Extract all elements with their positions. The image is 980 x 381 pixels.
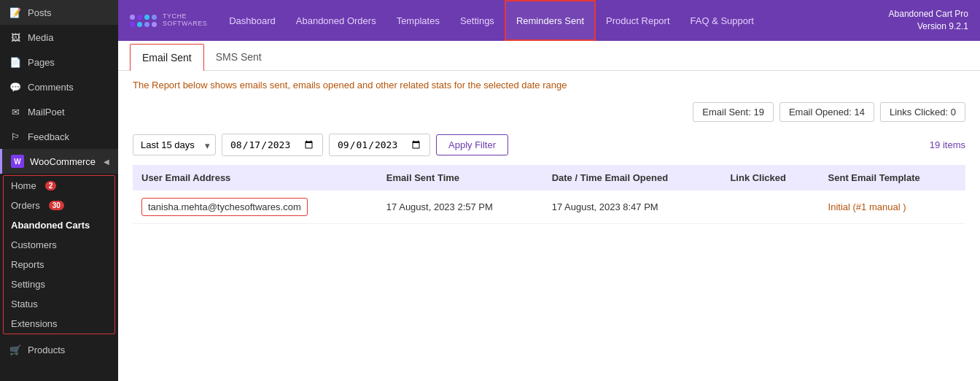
sidebar-item-posts[interactable]: 📝 Posts [0, 0, 118, 25]
sidebar-label-woocommerce: WooCommerce [30, 156, 96, 167]
sidebar-label-abandoned-carts: Abandoned Carts [11, 220, 90, 231]
woocommerce-icon: W [11, 155, 24, 168]
topnav-reminders-sent[interactable]: Reminders Sent [505, 0, 596, 41]
apply-filter-button[interactable]: Apply Filter [436, 134, 508, 155]
col-opened-time: Date / Time Email Opened [543, 165, 722, 190]
pages-icon: 📄 [9, 55, 22, 69]
date-range-wrapper: Last 15 daysLast 30 daysLast 7 daysCusto… [133, 134, 216, 155]
date-to-input[interactable] [329, 134, 430, 156]
stat-links-clicked: Links Clicked: 0 [880, 102, 965, 122]
mailpoet-icon: ✉ [9, 105, 22, 118]
col-email: User Email Address [133, 165, 378, 190]
sidebar-item-woocommerce[interactable]: W WooCommerce ◀ [0, 149, 118, 174]
sidebar-item-feedback[interactable]: 🏳 Feedback [0, 124, 118, 149]
sidebar-item-media[interactable]: 🖼 Media [0, 25, 118, 50]
date-from-input[interactable] [222, 134, 323, 156]
topnav-dashboard[interactable]: Dashboard [219, 0, 286, 41]
table-row: tanisha.mehta@tychesoftwares.com 17 Augu… [133, 190, 965, 224]
results-table: User Email Address Email Sent Time Date … [133, 165, 965, 224]
topnav-settings[interactable]: Settings [450, 0, 505, 41]
topnav-templates[interactable]: Templates [386, 0, 450, 41]
cell-sent-time: 17 August, 2023 2:57 PM [378, 190, 543, 224]
main-area: TYCHESOFTWARES Dashboard Abandoned Order… [118, 0, 980, 381]
sidebar-label-home: Home [11, 180, 36, 191]
sidebar-item-abandoned-carts[interactable]: Abandoned Carts [4, 215, 114, 235]
stat-email-sent: Email Sent: 19 [693, 102, 774, 122]
sidebar-label-settings: Settings [11, 279, 45, 290]
logo-area: TYCHESOFTWARES [118, 13, 219, 28]
results-table-wrapper: User Email Address Email Sent Time Date … [118, 165, 980, 224]
cell-template: Initial (#1 manual ) [820, 190, 965, 224]
sidebar-item-comments[interactable]: 💬 Comments [0, 74, 118, 99]
cell-link-clicked [721, 190, 819, 224]
sidebar-item-products[interactable]: 🛒 Products [0, 337, 118, 362]
comments-icon: 💬 [9, 80, 22, 93]
sidebar-item-pages[interactable]: 📄 Pages [0, 50, 118, 74]
tab-email-sent[interactable]: Email Sent [130, 44, 204, 71]
cell-opened-time: 17 August, 2023 8:47 PM [543, 190, 722, 224]
items-count: 19 items [930, 139, 965, 150]
sidebar-label-comments: Comments [28, 82, 74, 93]
cell-email: tanisha.mehta@tychesoftwares.com [133, 190, 378, 224]
content-area: Email Sent SMS Sent The Report below sho… [118, 41, 980, 381]
sidebar-label-extensions: Extensions [11, 318, 58, 329]
topnav-abandoned-orders[interactable]: Abandoned Orders [286, 0, 386, 41]
logo-dots [130, 15, 157, 27]
top-menu: Dashboard Abandoned Orders Templates Set… [219, 0, 876, 41]
plugin-title: Abandoned Cart Pro Version 9.2.1 [877, 8, 980, 33]
feedback-icon: 🏳 [9, 130, 22, 143]
sidebar-item-reports[interactable]: Reports [4, 255, 114, 274]
sidebar-item-mailpoet[interactable]: ✉ MailPoet [0, 99, 118, 124]
info-text: The Report below shows emails sent, emai… [118, 71, 980, 96]
top-navbar: TYCHESOFTWARES Dashboard Abandoned Order… [118, 0, 980, 41]
sidebar-label-products: Products [28, 345, 65, 355]
chevron-left-icon: ◀ [104, 158, 109, 166]
sidebar-item-extensions[interactable]: Extensions [4, 314, 114, 334]
topnav-faq-support[interactable]: FAQ & Support [680, 0, 764, 41]
sidebar-label-posts: Posts [28, 7, 52, 18]
sidebar: 📝 Posts 🖼 Media 📄 Pages 💬 Comments ✉ Mai… [0, 0, 118, 381]
sidebar-label-orders: Orders [11, 200, 40, 211]
stats-row: Email Sent: 19 Email Opened: 14 Links Cl… [118, 96, 980, 128]
topnav-product-report[interactable]: Product Report [596, 0, 680, 41]
sidebar-label-reports: Reports [11, 259, 44, 270]
media-icon: 🖼 [9, 31, 22, 44]
email-address: tanisha.mehta@tychesoftwares.com [141, 198, 308, 216]
sidebar-item-customers[interactable]: Customers [4, 235, 114, 255]
stat-email-opened: Email Opened: 14 [779, 102, 874, 122]
sidebar-label-feedback: Feedback [28, 131, 69, 142]
table-header-row: User Email Address Email Sent Time Date … [133, 165, 965, 190]
sidebar-label-customers: Customers [11, 239, 57, 250]
sidebar-label-mailpoet: MailPoet [28, 107, 65, 118]
filter-row: Last 15 daysLast 30 daysLast 7 daysCusto… [118, 128, 980, 165]
sidebar-item-status[interactable]: Status [4, 294, 114, 314]
template-name[interactable]: Initial (#1 manual ) [828, 201, 906, 212]
logo-text: TYCHESOFTWARES [163, 13, 207, 28]
col-sent-time: Email Sent Time [378, 165, 543, 190]
tab-bar: Email Sent SMS Sent [118, 44, 980, 71]
sidebar-label-media: Media [28, 32, 53, 43]
sidebar-item-settings[interactable]: Settings [4, 274, 114, 294]
sidebar-label-pages: Pages [28, 57, 55, 68]
sidebar-label-status: Status [11, 299, 38, 309]
date-range-select[interactable]: Last 15 daysLast 30 daysLast 7 daysCusto… [133, 134, 216, 155]
home-badge: 2 [45, 181, 57, 190]
posts-icon: 📝 [9, 6, 22, 19]
sidebar-item-home[interactable]: Home 2 [4, 176, 114, 196]
col-template: Sent Email Template [820, 165, 965, 190]
sidebar-item-orders[interactable]: Orders 30 [4, 196, 114, 215]
orders-badge: 30 [49, 201, 64, 210]
info-description: The Report below shows emails sent, emai… [133, 80, 567, 91]
products-icon: 🛒 [9, 343, 22, 356]
tab-sms-sent[interactable]: SMS Sent [204, 44, 273, 70]
col-link-clicked: Link Clicked [721, 165, 819, 190]
woocommerce-submenu: Home 2 Orders 30 Abandoned Carts Custome… [3, 175, 115, 334]
